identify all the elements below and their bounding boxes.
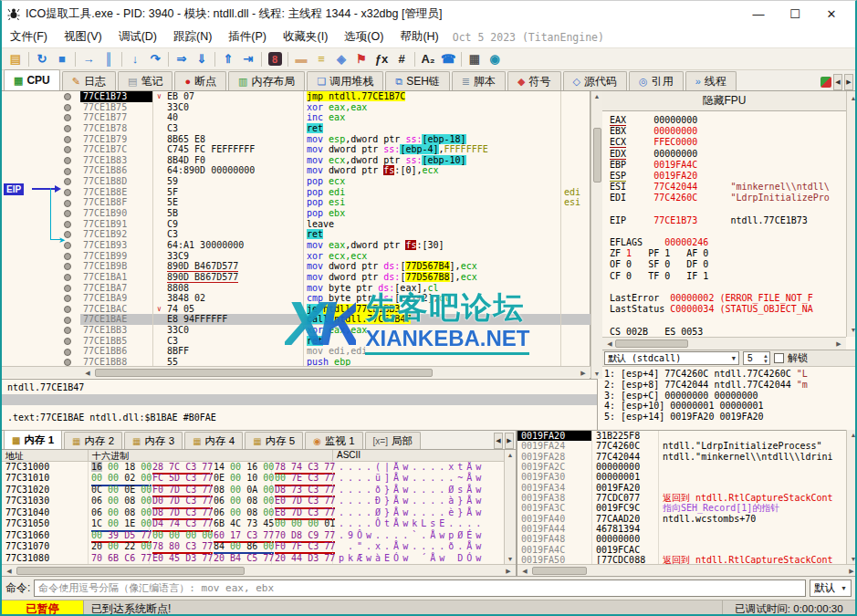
breakpoint-dot[interactable] xyxy=(64,146,71,153)
hex-byte[interactable]: 06 xyxy=(214,496,225,506)
register-row[interactable]: EFLAGS 00000246 xyxy=(610,237,846,248)
hex-byte[interactable]: 7D xyxy=(169,507,180,517)
hex-byte[interactable]: 00 xyxy=(108,507,119,517)
stack-row[interactable]: 0019FA4077CAAD20ntdll.wcstombs+70 xyxy=(517,514,846,524)
hex-byte[interactable]: 78 xyxy=(275,462,286,472)
maximize-button[interactable]: ☐ xyxy=(777,7,813,21)
dump-row[interactable]: 77C310200C 00 0E 00F0 7D C3 7708 00 0A 0… xyxy=(2,485,504,496)
argument-row[interactable]: 1: [esp+4] 77C4260C ntdll.77C4260C "L xyxy=(602,369,857,380)
register-row[interactable]: ZF 1 PF 1 AF 0 xyxy=(610,248,846,259)
breakpoint-dot[interactable] xyxy=(64,263,71,270)
breakpoint-dot[interactable] xyxy=(64,104,71,111)
hex-byte[interactable]: 7E xyxy=(291,473,302,483)
hex-byte[interactable]: C3 xyxy=(185,541,196,551)
breakpoint-dot[interactable] xyxy=(64,114,71,121)
hex-byte[interactable]: 1C xyxy=(91,518,102,528)
breakpoint-dot[interactable] xyxy=(64,231,71,238)
breakpoint-dot[interactable] xyxy=(64,274,71,281)
dump-row[interactable]: 77C3107020 00 22 0078 80 C3 7784 00 86 0… xyxy=(2,541,504,552)
disasm-row[interactable]: 77CE1BA1890D B867D577mov dword ptr ds:[7… xyxy=(80,272,590,283)
pause-icon[interactable]: ║ xyxy=(99,50,119,68)
registers-hscrollbar[interactable]: ◀ ▶ xyxy=(602,337,846,350)
hex-byte[interactable]: 1E xyxy=(124,518,135,528)
disasm-row[interactable]: 77CE1B78C3ret xyxy=(80,123,590,134)
hex-byte[interactable]: FC xyxy=(152,473,163,483)
tab-引用[interactable]: ◎引用 xyxy=(629,71,684,90)
hex-byte[interactable]: 4C xyxy=(230,518,241,528)
disasm-row[interactable]: 77CE1B9364:A1 30000000mov eax,dword ptr … xyxy=(80,240,590,251)
register-row[interactable] xyxy=(610,315,846,326)
hex-byte[interactable]: 02 xyxy=(124,473,135,483)
hex-byte[interactable]: 28 xyxy=(152,462,163,472)
disasm-row[interactable]: 77CE1BAC∨74 05je ntdll.77CE1BB3 xyxy=(80,304,590,315)
hex-byte[interactable]: 00 xyxy=(169,530,180,540)
handheld-icon[interactable]: ☎ xyxy=(438,50,458,68)
dump-tab-内存 2[interactable]: ▦内存 2 xyxy=(64,432,122,449)
scroll-thumb[interactable] xyxy=(593,128,601,183)
tab-SEH链[interactable]: ⧉SEH链 xyxy=(385,71,450,90)
hex-byte[interactable]: 00 xyxy=(275,473,286,483)
tab-调用堆栈[interactable]: ❏调用堆栈 xyxy=(307,71,383,90)
hex-byte[interactable]: 06 xyxy=(91,496,102,506)
hex-byte[interactable]: 00 xyxy=(108,518,119,528)
hex-byte[interactable]: D8 xyxy=(291,530,302,540)
command-input[interactable] xyxy=(34,579,806,597)
hex-byte[interactable]: 00 xyxy=(230,462,241,472)
hex-byte[interactable]: C9 xyxy=(308,530,319,540)
depth-spinner[interactable]: 5 ▲▼ xyxy=(743,351,770,365)
hex-byte[interactable]: 7C xyxy=(169,462,180,472)
register-row[interactable]: EBP 0019FA4C xyxy=(610,160,846,171)
stack-row[interactable]: 0019FA340019FA20 xyxy=(517,483,846,493)
hex-byte[interactable]: C3 xyxy=(308,462,319,472)
hex-byte[interactable]: 20 xyxy=(91,541,102,551)
scroll-left-arrow[interactable]: ◀ xyxy=(4,568,15,575)
hex-byte[interactable]: C3 xyxy=(308,541,319,551)
command-default-dropdown[interactable]: 默认 ▼ xyxy=(810,579,852,597)
tab-符号[interactable]: ◆符号 xyxy=(507,71,560,90)
stack-row[interactable]: 0019FA2477C4260Cntdll."LdrpInitializePro… xyxy=(517,441,846,451)
disasm-row[interactable]: 77CE1B7CC745 FC FEFFFFFFmov dword ptr ss… xyxy=(80,144,590,155)
dump-row[interactable]: 77C3106000 39 D5 7700 00 00 0060 17 C3 7… xyxy=(2,530,504,541)
hex-byte[interactable]: 0C xyxy=(91,485,102,495)
register-row[interactable]: LastError 00000002 (ERROR_FILE_NOT_F xyxy=(610,293,846,304)
tabs-scroll-right[interactable]: ▶ xyxy=(844,74,853,90)
disasm-row[interactable]: 77CE1B9B890D B467D577mov dword ptr ds:[7… xyxy=(80,261,590,272)
hex-byte[interactable]: 00 xyxy=(91,530,102,540)
registers-vscrollbar[interactable]: ▲ ▼ xyxy=(846,91,857,337)
stack-row[interactable]: 0019FA4800000000 xyxy=(517,534,846,544)
hex-byte[interactable]: 00 xyxy=(108,485,119,495)
hex-byte[interactable]: E0 xyxy=(275,496,286,506)
hex-byte[interactable]: 7D xyxy=(169,496,180,506)
menu-item[interactable]: 跟踪(N) xyxy=(165,26,220,47)
dump-row[interactable]: 77C3104006 00 08 00D8 7D C3 7706 00 08 0… xyxy=(2,507,504,518)
hex-byte[interactable]: 00 xyxy=(275,518,286,528)
scroll-right-arrow[interactable]: ▶ xyxy=(578,370,589,377)
hex-byte[interactable]: C3 xyxy=(308,496,319,506)
comments-icon[interactable]: ≡ xyxy=(311,50,331,68)
scroll-down-arrow[interactable]: ▼ xyxy=(591,371,602,377)
disasm-row[interactable]: 77CE1B7740inc eax xyxy=(80,112,590,123)
step-over-icon[interactable]: ↷ xyxy=(145,50,165,68)
hex-byte[interactable]: C5 xyxy=(246,553,257,563)
breakpoint-dot[interactable] xyxy=(64,93,71,100)
dump-tabs-scroll-left[interactable]: ◀ xyxy=(494,433,503,449)
hex-byte[interactable]: E0 xyxy=(152,553,163,563)
disasm-row[interactable]: 77CE1BB333C0xor eax,eax xyxy=(80,325,590,336)
hex-byte[interactable]: 08 xyxy=(246,507,257,517)
breakpoint-dot[interactable] xyxy=(64,253,71,260)
hex-byte[interactable]: C3 xyxy=(185,462,196,472)
assemble-icon[interactable]: A₂ xyxy=(418,50,438,68)
breakpoint-dot[interactable] xyxy=(64,125,71,132)
hex-byte[interactable]: 17 xyxy=(230,530,241,540)
hex-byte[interactable]: F0 xyxy=(275,541,286,551)
tab-笔记[interactable]: ▤笔记 xyxy=(118,71,172,90)
bookmark-icon[interactable]: ⚑ xyxy=(351,50,371,68)
disasm-row[interactable]: 77CE1B8D59pop ecx xyxy=(80,176,590,187)
tab-断点[interactable]: ●断点 xyxy=(174,71,226,90)
breakpoint-dot[interactable] xyxy=(64,189,71,196)
stack-row[interactable]: 0019FA3C0019FC9C指向SEH_Record[1]的指针 xyxy=(517,503,846,513)
hex-byte[interactable]: 0A xyxy=(246,485,257,495)
scroll-down-arrow[interactable]: ▼ xyxy=(848,556,857,562)
hex-byte[interactable]: 22 xyxy=(124,541,135,551)
tab-CPU[interactable]: ▦CPU xyxy=(4,69,60,90)
